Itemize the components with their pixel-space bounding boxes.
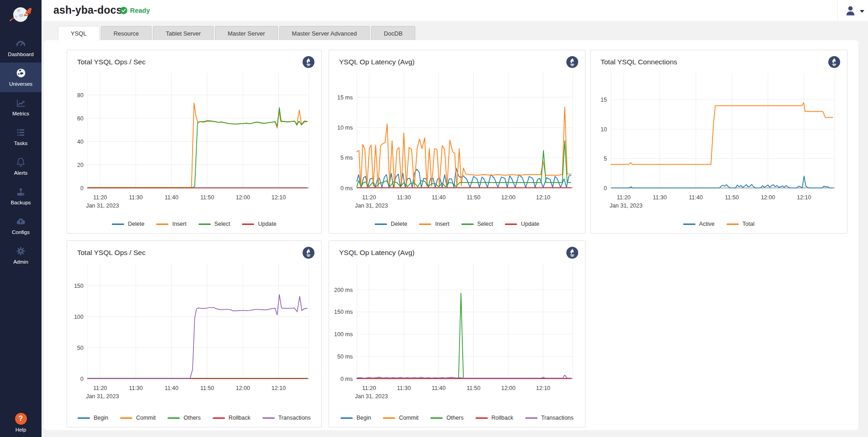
legend-item-active[interactable]: Active — [683, 221, 715, 227]
legend-item-update[interactable]: Update — [242, 221, 276, 227]
prometheus-icon[interactable] — [303, 56, 314, 68]
svg-text:11:40: 11:40 — [432, 194, 445, 201]
sidebar-item-help[interactable]: ? Help — [0, 413, 42, 432]
sidebar-item-tasks[interactable]: Tasks — [0, 122, 42, 151]
prometheus-icon[interactable] — [303, 247, 314, 259]
legend-label: Begin — [356, 415, 371, 421]
help-question-icon: ? — [15, 413, 27, 425]
metrics-chart-icon — [16, 97, 26, 108]
user-menu[interactable] — [844, 5, 864, 17]
universe-title: ash-yba-docs — [53, 4, 122, 16]
legend-label: Rollback — [229, 415, 251, 421]
legend-label: Begin — [94, 415, 108, 421]
legend-item-transactions[interactable]: Transactions — [262, 415, 311, 421]
legend-swatch — [199, 224, 211, 225]
chart-canvas[interactable]: 11:2011:3011:4011:5012:0012:10020406080J… — [68, 68, 321, 224]
legend-item-delete[interactable]: Delete — [375, 221, 407, 227]
sidebar-item-label: Configs — [12, 229, 30, 235]
legend-item-total[interactable]: Total — [727, 221, 754, 227]
chart-legend: DeleteInsertSelectUpdate — [67, 221, 321, 227]
sidebar-item-label: Backups — [10, 200, 31, 205]
legend-item-begin[interactable]: Begin — [340, 415, 371, 421]
sidebar-item-configs[interactable]: Configs — [0, 211, 42, 240]
sidebar-item-admin[interactable]: Admin — [0, 240, 42, 270]
tab-resource[interactable]: Resource — [101, 26, 152, 40]
svg-text:15: 15 — [601, 97, 607, 103]
legend-item-commit[interactable]: Commit — [383, 415, 418, 421]
legend-item-select[interactable]: Select — [461, 221, 493, 227]
svg-text:80: 80 — [77, 92, 84, 99]
legend-item-select[interactable]: Select — [199, 221, 230, 227]
sidebar-item-universes[interactable]: Universes — [0, 62, 42, 92]
tab-tablet-server[interactable]: Tablet Server — [153, 26, 214, 40]
chart-canvas[interactable]: 11:2011:3011:4011:5012:0012:10051015Jan … — [591, 68, 847, 224]
tasks-list-icon — [16, 127, 26, 138]
legend-swatch — [525, 417, 538, 419]
chart-canvas[interactable]: 11:2011:3011:4011:5012:0012:10050100150J… — [68, 259, 321, 414]
svg-text:12:10: 12:10 — [272, 385, 286, 391]
legend-swatch — [727, 224, 739, 225]
tab-master-server[interactable]: Master Server — [215, 26, 278, 40]
legend-item-transactions[interactable]: Transactions — [525, 415, 574, 421]
tab-master-server-advanced[interactable]: Master Server Advanced — [279, 26, 370, 40]
legend-swatch — [213, 417, 225, 419]
chart-canvas[interactable]: 11:2011:3011:4011:5012:0012:100 ms50 ms1… — [329, 259, 585, 414]
legend-item-insert[interactable]: Insert — [156, 221, 186, 227]
legend-item-others[interactable]: Others — [167, 415, 201, 421]
svg-text:11:30: 11:30 — [653, 194, 667, 201]
metrics-panel: Total YSQL Ops / Sec 11:2011:3011:4011:5… — [44, 40, 858, 430]
svg-text:0: 0 — [604, 185, 607, 192]
svg-text:12:00: 12:00 — [501, 385, 515, 391]
svg-text:11:50: 11:50 — [466, 385, 480, 391]
legend-swatch — [383, 417, 395, 419]
svg-text:50: 50 — [77, 345, 84, 351]
svg-text:40: 40 — [77, 139, 84, 145]
sidebar-item-alerts[interactable]: Alerts — [0, 151, 42, 181]
chart-card-total-ysql-ops-transactions: Total YSQL Ops / Sec 11:2011:3011:4011:5… — [67, 240, 322, 427]
configs-cloud-icon — [16, 216, 26, 227]
top-header: ash-yba-docs Ready — [42, 0, 868, 21]
svg-text:15 ms: 15 ms — [337, 94, 353, 101]
prometheus-icon[interactable] — [566, 56, 578, 68]
svg-text:11:20: 11:20 — [362, 194, 376, 201]
legend-label: Others — [446, 415, 464, 421]
legend-item-delete[interactable]: Delete — [112, 221, 144, 227]
legend-swatch — [375, 224, 387, 225]
tab-ysql[interactable]: YSQL — [58, 26, 99, 41]
chart-canvas[interactable]: 11:2011:3011:4011:5012:0012:100 ms5 ms10… — [329, 68, 585, 224]
legend-item-commit[interactable]: Commit — [120, 415, 156, 421]
svg-text:11:50: 11:50 — [200, 194, 214, 201]
sidebar-item-dashboard[interactable]: Dashboard — [0, 33, 42, 62]
chart-card-ysql-op-latency-transactions: YSQL Op Latency (Avg) 11:2011:3011:4011:… — [329, 240, 586, 427]
prometheus-icon[interactable] — [566, 247, 578, 259]
sidebar-item-metrics[interactable]: Metrics — [0, 92, 42, 122]
prometheus-icon[interactable] — [828, 56, 840, 68]
chart-title: Total YSQL Ops / Sec — [77, 58, 146, 66]
yugabyte-logo[interactable] — [0, 0, 42, 29]
status-text: Ready — [130, 7, 150, 14]
chevron-down-icon — [860, 10, 864, 13]
svg-text:Jan 31, 2023: Jan 31, 2023 — [355, 203, 388, 209]
sidebar-item-backups[interactable]: Backups — [0, 181, 42, 211]
legend-item-insert[interactable]: Insert — [419, 221, 449, 227]
svg-text:10: 10 — [601, 126, 607, 133]
admin-gear-icon — [16, 245, 26, 256]
legend-item-rollback[interactable]: Rollback — [213, 415, 251, 421]
svg-text:5 ms: 5 ms — [340, 155, 353, 161]
svg-text:12:10: 12:10 — [272, 194, 286, 201]
svg-text:150 ms: 150 ms — [334, 309, 353, 315]
svg-text:0 ms: 0 ms — [340, 376, 353, 382]
svg-text:11:40: 11:40 — [689, 194, 703, 201]
legend-item-others[interactable]: Others — [430, 415, 464, 421]
legend-label: Rollback — [492, 415, 513, 421]
chart-card-total-ysql-connections: Total YSQL Connections 11:2011:3011:4011… — [590, 50, 847, 234]
legend-item-update[interactable]: Update — [505, 221, 539, 227]
legend-swatch — [156, 224, 168, 225]
svg-text:100: 100 — [74, 314, 84, 320]
tab-docdb[interactable]: DocDB — [371, 26, 415, 40]
legend-item-rollback[interactable]: Rollback — [476, 415, 513, 421]
svg-text:60: 60 — [77, 115, 84, 122]
legend-label: Update — [521, 221, 539, 227]
legend-item-begin[interactable]: Begin — [78, 415, 108, 421]
universe-globe-icon — [16, 68, 26, 78]
